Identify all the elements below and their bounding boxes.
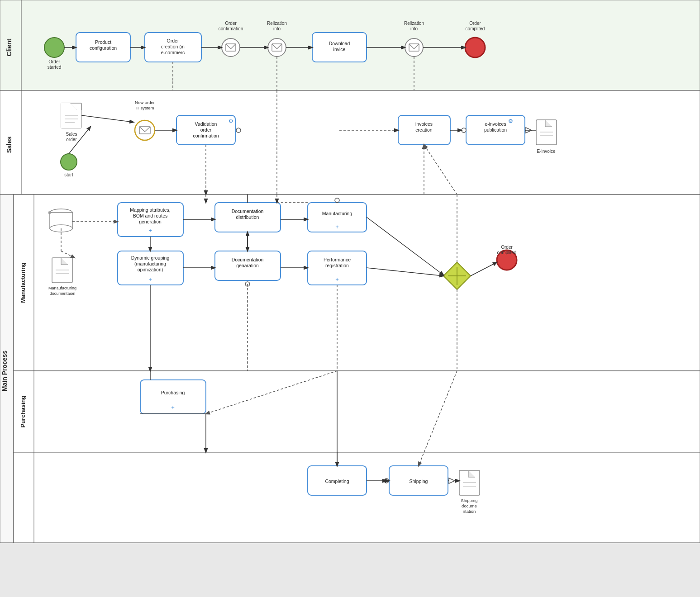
svg-text:configuration: configuration bbox=[90, 45, 117, 51]
svg-point-122 bbox=[245, 282, 250, 286]
svg-rect-127 bbox=[308, 251, 367, 285]
svg-text:Order: Order bbox=[225, 21, 237, 26]
svg-line-88 bbox=[81, 115, 133, 122]
svg-text:Documentation: Documentation bbox=[232, 257, 264, 262]
svg-text:start: start bbox=[64, 172, 73, 177]
svg-text:complited: complited bbox=[497, 250, 517, 255]
svg-text:e-invoices: e-invoices bbox=[485, 121, 506, 127]
svg-text:creation: creation bbox=[415, 127, 433, 133]
svg-rect-111 bbox=[118, 251, 183, 285]
svg-rect-68 bbox=[176, 115, 235, 145]
svg-text:Relization: Relization bbox=[267, 21, 287, 26]
svg-text:Product: Product bbox=[95, 39, 111, 45]
svg-rect-119 bbox=[215, 251, 281, 280]
svg-rect-116 bbox=[215, 203, 281, 232]
svg-text:Manufacturing: Manufacturing bbox=[19, 262, 26, 303]
svg-text:order: order bbox=[200, 127, 212, 133]
svg-text:opimization): opimization) bbox=[138, 267, 163, 272]
svg-marker-169 bbox=[449, 478, 455, 483]
svg-rect-63 bbox=[139, 127, 150, 134]
svg-text:Dynamic grouping: Dynamic grouping bbox=[131, 255, 170, 261]
svg-text:e-commerc: e-commerc bbox=[161, 50, 185, 55]
svg-text:Sales: Sales bbox=[66, 132, 77, 137]
svg-text:(manufacturing: (manufacturing bbox=[134, 261, 166, 266]
svg-rect-32 bbox=[272, 44, 282, 51]
svg-line-89 bbox=[69, 127, 90, 154]
svg-line-147 bbox=[471, 262, 497, 276]
svg-rect-6 bbox=[0, 194, 700, 543]
svg-rect-101 bbox=[52, 258, 72, 283]
svg-text:+: + bbox=[148, 227, 152, 234]
svg-point-27 bbox=[222, 38, 240, 57]
svg-rect-106 bbox=[118, 203, 183, 237]
svg-text:+: + bbox=[335, 223, 339, 230]
svg-text:publication: publication bbox=[484, 127, 507, 133]
bpmn-diagram: Client Sales Main Process Manufacturing … bbox=[0, 0, 700, 597]
svg-text:Shipping: Shipping bbox=[410, 479, 428, 484]
svg-point-100 bbox=[48, 211, 51, 214]
svg-rect-28 bbox=[226, 44, 236, 51]
svg-text:Client: Client bbox=[5, 38, 13, 56]
svg-point-17 bbox=[44, 38, 64, 57]
svg-text:distribution: distribution bbox=[236, 214, 259, 220]
svg-rect-39 bbox=[409, 44, 419, 51]
svg-text:invice: invice bbox=[333, 47, 346, 52]
svg-point-168 bbox=[384, 479, 389, 483]
svg-text:documentaion: documentaion bbox=[50, 291, 76, 296]
svg-text:Completing: Completing bbox=[325, 479, 349, 484]
svg-rect-3 bbox=[0, 90, 700, 194]
svg-marker-131 bbox=[443, 262, 471, 289]
svg-text:Relization: Relization bbox=[404, 21, 424, 26]
svg-text:generation: generation bbox=[139, 219, 162, 224]
svg-point-81 bbox=[462, 128, 466, 133]
svg-text:registration: registration bbox=[325, 263, 349, 268]
svg-text:confirmation: confirmation bbox=[219, 26, 243, 31]
svg-text:Purchasing: Purchasing bbox=[19, 396, 26, 428]
svg-text:invoices: invoices bbox=[415, 121, 433, 127]
svg-text:Order: Order bbox=[48, 59, 60, 64]
svg-rect-9 bbox=[14, 194, 700, 371]
svg-text:+: + bbox=[148, 276, 152, 283]
svg-text:Purchasing: Purchasing bbox=[161, 390, 185, 395]
svg-text:creation (in: creation (in bbox=[161, 44, 185, 49]
svg-text:Performance: Performance bbox=[324, 257, 351, 262]
svg-text:Order: Order bbox=[469, 21, 481, 26]
svg-text:Download: Download bbox=[329, 41, 350, 46]
svg-rect-0 bbox=[0, 0, 700, 90]
svg-rect-98 bbox=[50, 213, 72, 228]
svg-point-134 bbox=[497, 250, 517, 270]
svg-text:Order: Order bbox=[501, 245, 513, 250]
svg-point-99 bbox=[50, 225, 72, 232]
svg-text:Manaufacturing: Manaufacturing bbox=[48, 286, 76, 290]
svg-point-97 bbox=[50, 209, 72, 216]
svg-text:E-invoice: E-invoice bbox=[537, 149, 556, 154]
svg-point-42 bbox=[465, 38, 485, 57]
svg-point-126 bbox=[335, 198, 339, 203]
svg-text:docume: docume bbox=[462, 503, 477, 508]
svg-text:info: info bbox=[273, 26, 281, 31]
svg-text:info: info bbox=[410, 26, 418, 31]
svg-text:BOM and routes: BOM and routes bbox=[133, 213, 167, 218]
svg-rect-123 bbox=[308, 203, 367, 232]
svg-line-185 bbox=[424, 145, 457, 194]
svg-text:confirmation: confirmation bbox=[193, 133, 219, 138]
svg-point-38 bbox=[405, 38, 423, 57]
svg-rect-170 bbox=[459, 470, 480, 495]
svg-text:+: + bbox=[335, 276, 339, 283]
svg-text:started: started bbox=[48, 65, 62, 70]
svg-point-66 bbox=[61, 154, 77, 170]
svg-text:Main Process: Main Process bbox=[1, 351, 8, 391]
svg-rect-56 bbox=[61, 103, 81, 128]
svg-text:Mapping attributes,: Mapping attributes, bbox=[130, 207, 170, 213]
svg-text:Documentation: Documentation bbox=[232, 208, 264, 214]
svg-rect-155 bbox=[140, 380, 206, 414]
svg-line-150 bbox=[61, 251, 75, 258]
svg-rect-166 bbox=[389, 466, 448, 495]
svg-line-183 bbox=[419, 371, 457, 466]
svg-rect-74 bbox=[398, 115, 450, 145]
svg-line-163 bbox=[206, 371, 337, 414]
svg-rect-12 bbox=[14, 371, 700, 452]
svg-text:⚙: ⚙ bbox=[508, 118, 513, 124]
svg-text:complited: complited bbox=[466, 26, 485, 31]
svg-text:Manufacturing: Manufacturing bbox=[322, 211, 352, 216]
